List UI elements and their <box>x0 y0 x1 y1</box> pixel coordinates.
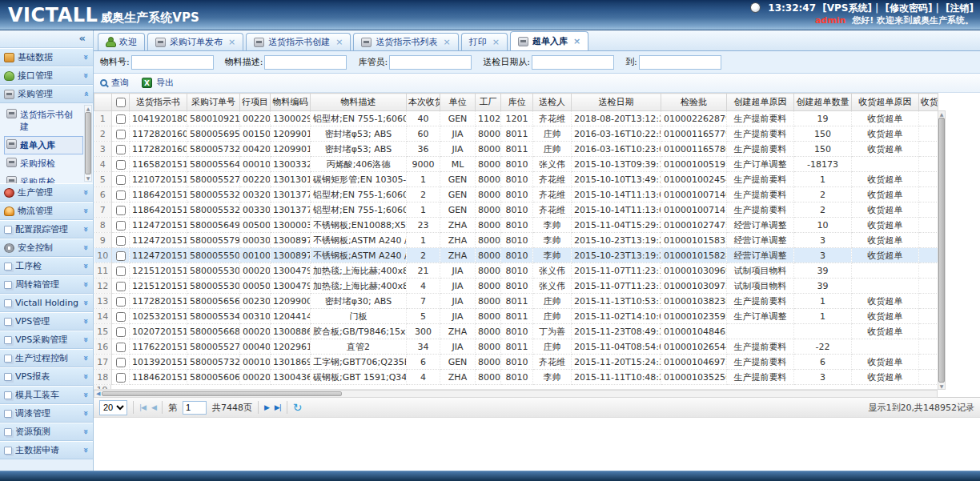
close-icon[interactable]: × <box>228 37 235 47</box>
scroll-thumb[interactable] <box>85 112 91 174</box>
select-all-header[interactable] <box>112 94 130 111</box>
horizontal-scrollbar[interactable]: ◀ <box>94 390 938 398</box>
column-header-采购订单号[interactable]: 采购订单号 <box>187 94 240 111</box>
sidebar-group-模具工装车[interactable]: 模具工装车» <box>0 386 93 404</box>
prev-page-button[interactable]: ◀ <box>151 403 156 411</box>
row-checkbox[interactable] <box>116 221 126 230</box>
scroll-left-icon[interactable]: ◀ <box>94 391 102 397</box>
column-header-送货指示书[interactable]: 送货指示书 <box>130 94 187 111</box>
refresh-icon[interactable]: ↻ <box>293 402 303 413</box>
table-row[interactable]: 21172820160226058000569520015012099011密封… <box>94 126 938 142</box>
row-checkbox-cell[interactable] <box>112 218 130 233</box>
row-checkbox[interactable] <box>116 327 126 337</box>
sidebar-group-VPS采购管理[interactable]: VPS采购管理» <box>0 331 93 349</box>
next-page-button[interactable]: ▶ <box>264 403 269 411</box>
row-checkbox-cell[interactable] <box>112 172 130 187</box>
table-row[interactable]: 181184620151111058000560670002013004367碳… <box>94 370 938 385</box>
column-header-送检人[interactable]: 送检人 <box>533 94 572 111</box>
table-row[interactable]: 131172820151113058000565610023012099007密… <box>94 294 938 309</box>
sidebar-group-采购管理[interactable]: 采购管理» <box>0 85 93 103</box>
sidebar-group-工序检[interactable]: 工序检» <box>0 257 93 275</box>
last-page-button[interactable]: ▶| <box>275 403 281 411</box>
table-row[interactable]: 71186420151014058000553270033013013774铝型… <box>94 202 938 218</box>
link-vps-system[interactable]: [VPS系统] <box>822 2 872 14</box>
table-row[interactable]: 141025320151101158000553420031012044147门… <box>94 309 938 324</box>
select-all-checkbox[interactable] <box>116 98 126 107</box>
submenu-scrollbar[interactable]: ▲▼ <box>84 105 92 182</box>
tab-打印[interactable]: 打印× <box>461 33 508 50</box>
table-row[interactable]: 91124720151022058000557930003013008973不锈… <box>94 233 938 248</box>
column-header-行项目[interactable]: 行项目 <box>240 94 271 111</box>
column-header-本次收货数[interactable]: 本次收货数 <box>407 94 440 111</box>
table-row[interactable]: 41165820151012058000556410001013003324丙烯… <box>94 157 938 172</box>
row-checkbox-cell[interactable] <box>112 309 130 324</box>
row-checkbox-cell[interactable] <box>112 142 130 157</box>
tab-送货指示书创建[interactable]: 送货指示书创建× <box>246 33 351 50</box>
column-header-单位[interactable]: 单位 <box>440 94 476 111</box>
row-checkbox[interactable] <box>116 373 126 383</box>
vscroll-thumb[interactable] <box>938 118 945 383</box>
row-checkbox[interactable] <box>116 114 126 124</box>
collapse-sidebar-button[interactable]: « <box>0 30 93 48</box>
row-checkbox-cell[interactable] <box>112 339 130 355</box>
query-button[interactable]: 查询 <box>100 77 129 89</box>
link-logout[interactable]: [注销] <box>946 2 974 14</box>
table-row[interactable]: 61186420151014058000553270032013013774铝型… <box>94 187 938 202</box>
row-checkbox-cell[interactable] <box>112 324 130 339</box>
sidebar-group-生产管理[interactable]: 生产管理» <box>0 183 93 202</box>
row-checkbox-cell[interactable] <box>112 126 130 142</box>
hscroll-thumb[interactable] <box>102 391 342 396</box>
tab-送货指示书列表[interactable]: 送货指示书列表× <box>353 33 458 50</box>
row-checkbox[interactable] <box>116 190 126 200</box>
row-checkbox[interactable] <box>116 282 126 291</box>
row-checkbox-cell[interactable] <box>112 187 130 202</box>
column-header-工厂[interactable]: 工厂 <box>476 94 501 111</box>
row-checkbox-cell[interactable] <box>112 279 130 294</box>
sidebar-group-VPS管理[interactable]: VPS管理» <box>0 312 93 331</box>
page-number-input[interactable] <box>183 401 207 415</box>
row-checkbox[interactable] <box>116 297 126 307</box>
row-checkbox-cell[interactable] <box>112 355 130 370</box>
sidebar-group-VPS报表[interactable]: VPS报表» <box>0 367 93 386</box>
filter-input-库管员[interactable] <box>389 55 472 70</box>
row-checkbox[interactable] <box>116 343 126 352</box>
table-row[interactable]: 11041920180820058001092190022013000294铝型… <box>94 111 938 126</box>
close-icon[interactable]: × <box>443 37 450 47</box>
scroll-up-icon[interactable]: ▲ <box>940 111 944 117</box>
sidebar-item-送货指示书创建[interactable]: 送货指示书创建 <box>4 106 83 136</box>
filter-input-物料描述[interactable] <box>264 55 347 70</box>
row-checkbox[interactable] <box>116 130 126 139</box>
row-checkbox[interactable] <box>116 206 126 215</box>
row-checkbox-cell[interactable] <box>112 294 130 309</box>
column-header-检验批[interactable]: 检验批 <box>661 94 727 111</box>
link-change-password[interactable]: [修改密码] <box>885 2 932 14</box>
column-header-物料编码[interactable]: 物料编码 <box>271 94 311 111</box>
row-checkbox-cell[interactable] <box>112 202 130 218</box>
row-checkbox-cell[interactable] <box>112 370 130 385</box>
row-checkbox[interactable] <box>116 160 126 170</box>
table-row[interactable]: 121215120151026058000553020005013004798加… <box>94 279 938 294</box>
sidebar-group-物流管理[interactable]: 物流管理» <box>0 202 93 220</box>
page-size-select[interactable]: 20 <box>99 400 127 415</box>
scroll-up-icon[interactable]: ▲ <box>86 106 90 111</box>
close-icon[interactable]: × <box>573 36 580 46</box>
table-row[interactable]: 111215120151026058000553020002013004798加… <box>94 263 938 279</box>
column-header-物料描述[interactable]: 物料描述 <box>311 94 407 111</box>
close-icon[interactable]: × <box>335 37 343 47</box>
sidebar-group-Victall Holding[interactable]: Victall Holding» <box>0 294 93 312</box>
sidebar-group-周转箱管理[interactable]: 周转箱管理» <box>0 275 93 294</box>
row-checkbox[interactable] <box>116 175 126 185</box>
row-checkbox[interactable] <box>116 267 126 276</box>
table-row[interactable]: 81124720151104058000564910050013000038不锈… <box>94 218 938 233</box>
table-row[interactable]: 31172820160226058000573200042012099011密封… <box>94 142 938 157</box>
vertical-scrollbar[interactable]: ▲ ▼ <box>938 110 946 390</box>
export-button[interactable]: 导出 <box>142 77 174 89</box>
filter-input-到[interactable] <box>639 55 721 70</box>
table-row[interactable]: 151020720151110058000566820002013008869胶… <box>94 324 938 339</box>
scroll-down-icon[interactable]: ▼ <box>940 383 944 389</box>
column-header-收货超单原因[interactable]: 收货超单原因 <box>852 94 919 111</box>
row-checkbox-cell[interactable] <box>112 157 130 172</box>
sidebar-group-调漆管理[interactable]: 调漆管理» <box>0 404 93 423</box>
row-checkbox-cell[interactable] <box>112 111 130 126</box>
scroll-down-icon[interactable]: ▼ <box>86 175 90 181</box>
